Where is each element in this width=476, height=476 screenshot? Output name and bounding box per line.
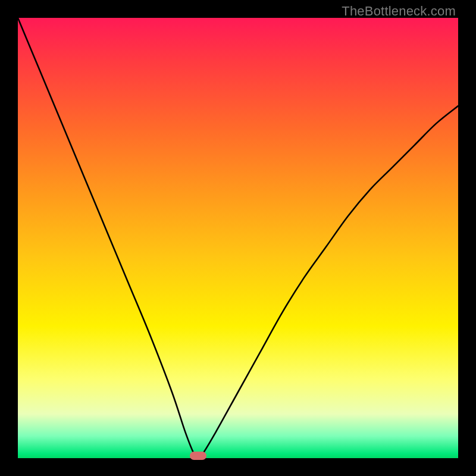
watermark-text: TheBottleneck.com bbox=[342, 4, 456, 19]
bottleneck-curve bbox=[18, 18, 458, 458]
curve-layer bbox=[18, 18, 458, 458]
plot-area bbox=[18, 18, 458, 458]
chart-frame: TheBottleneck.com bbox=[0, 0, 476, 476]
minimum-marker bbox=[190, 452, 206, 460]
